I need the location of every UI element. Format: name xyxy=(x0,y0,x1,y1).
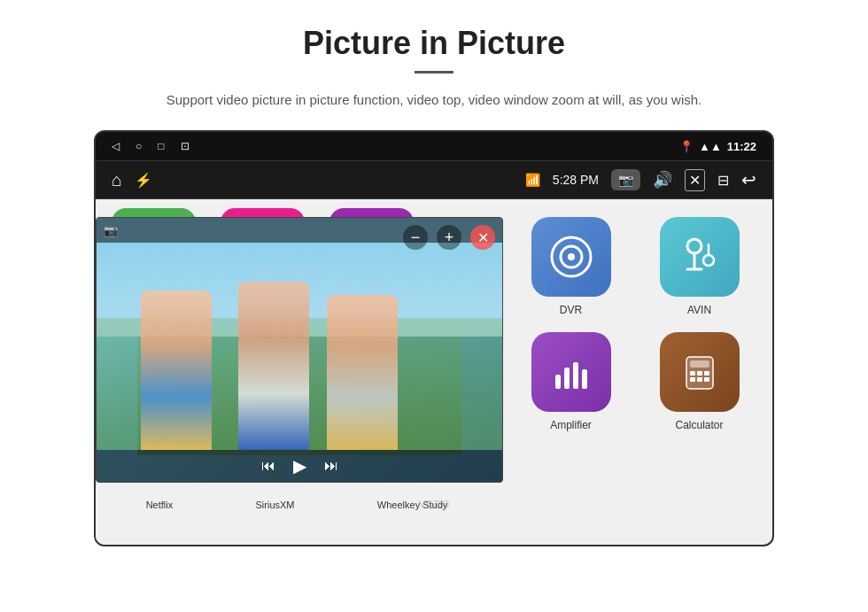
svg-rect-13 xyxy=(690,360,709,368)
svg-rect-19 xyxy=(704,377,709,382)
pip-resize-controls: − + ✕ xyxy=(403,225,495,250)
signal-icon: ▲▲ xyxy=(699,140,722,153)
svg-rect-10 xyxy=(573,362,578,389)
volume-icon[interactable]: 🔊 xyxy=(653,170,672,190)
calculator-icon xyxy=(660,332,740,412)
svg-rect-15 xyxy=(697,371,702,376)
avin-app-item[interactable]: AVIN xyxy=(635,208,763,323)
recents-icon[interactable]: □ xyxy=(158,140,164,152)
siriusxm-bottom-item[interactable]: SiriusXM xyxy=(256,500,295,510)
close-icon[interactable]: ✕ xyxy=(685,169,705,191)
usb-icon[interactable]: ⚡ xyxy=(135,172,152,189)
status-time: 11:22 xyxy=(727,140,756,153)
pip-close-button[interactable]: ✕ xyxy=(470,225,495,250)
svg-point-3 xyxy=(687,239,701,253)
pip-prev-button[interactable]: ⏮ xyxy=(261,458,275,474)
svg-rect-18 xyxy=(697,377,702,382)
nav-left: ⌂ ⚡ xyxy=(112,170,152,190)
amplifier-label: Amplifier xyxy=(550,419,592,431)
nav-bar: ⌂ ⚡ 📶 5:28 PM 📷 🔊 ✕ ⊟ ↩ xyxy=(96,160,772,199)
pip-minus-button[interactable]: − xyxy=(403,225,428,250)
back-icon[interactable]: ◁ xyxy=(112,140,120,152)
camera-button[interactable]: 📷 xyxy=(611,169,640,190)
home-icon[interactable]: ○ xyxy=(136,140,142,152)
svg-rect-9 xyxy=(564,368,570,389)
status-bar-left: ◁ ○ □ ⊡ xyxy=(112,140,190,152)
svg-rect-11 xyxy=(582,369,587,389)
svg-point-2 xyxy=(568,253,575,260)
wifi-icon: 📶 xyxy=(525,173,540,187)
main-screen: 📷 − + ✕ ⏮ ▶ ⏭ xyxy=(96,199,772,545)
svg-rect-16 xyxy=(704,371,709,376)
calculator-label: Calculator xyxy=(675,419,723,431)
calculator-app-item[interactable]: Calculator xyxy=(635,323,763,438)
right-app-grid: DVR AVIN xyxy=(498,199,772,447)
back-nav-icon[interactable]: ↩ xyxy=(741,169,756,190)
pip-camera-icon: 📷 xyxy=(104,224,118,237)
watermark: VCZ99 xyxy=(419,499,449,509)
pip-playback-controls: ⏮ ▶ ⏭ xyxy=(97,450,502,482)
svg-point-6 xyxy=(703,255,714,266)
location-icon: 📍 xyxy=(679,140,694,153)
home-nav-icon[interactable]: ⌂ xyxy=(112,170,122,190)
pip-play-button[interactable]: ▶ xyxy=(293,455,306,476)
dvr-icon xyxy=(531,217,611,297)
pip-plus-button[interactable]: + xyxy=(437,225,461,250)
title-divider xyxy=(415,71,453,74)
pip-video: 📷 − + ✕ ⏮ ▶ ⏭ xyxy=(97,218,502,482)
avin-label: AVIN xyxy=(687,304,711,316)
device-frame: ◁ ○ □ ⊡ 📍 ▲▲ 11:22 ⌂ ⚡ 📶 5:28 PM 📷 🔊 xyxy=(94,130,774,546)
page-title: Picture in Picture xyxy=(303,25,565,62)
subtitle-text: Support video picture in picture functio… xyxy=(167,89,701,111)
amplifier-app-item[interactable]: Amplifier xyxy=(507,323,635,438)
svg-rect-8 xyxy=(555,375,561,389)
svg-rect-17 xyxy=(690,377,695,382)
siriusxm-bottom-label: SiriusXM xyxy=(256,500,295,510)
svg-rect-14 xyxy=(690,371,695,376)
dvr-app-item[interactable]: DVR xyxy=(507,208,635,323)
avin-icon xyxy=(660,217,740,297)
dvr-label: DVR xyxy=(560,304,582,316)
pip-next-button[interactable]: ⏭ xyxy=(324,458,338,474)
pip-window[interactable]: 📷 − + ✕ ⏮ ▶ ⏭ xyxy=(96,217,503,483)
netflix-bottom-label: Netflix xyxy=(146,500,174,510)
window-icon[interactable]: ⊟ xyxy=(717,172,729,189)
nav-right: 📶 5:28 PM 📷 🔊 ✕ ⊟ ↩ xyxy=(525,169,756,191)
status-bar: ◁ ○ □ ⊡ 📍 ▲▲ 11:22 xyxy=(96,132,772,160)
netflix-bottom-item[interactable]: Netflix xyxy=(146,500,174,510)
screenshot-icon[interactable]: ⊡ xyxy=(181,140,190,152)
amplifier-icon xyxy=(531,332,611,412)
status-bar-right: 📍 ▲▲ 11:22 xyxy=(679,140,756,153)
nav-time: 5:28 PM xyxy=(553,173,599,187)
